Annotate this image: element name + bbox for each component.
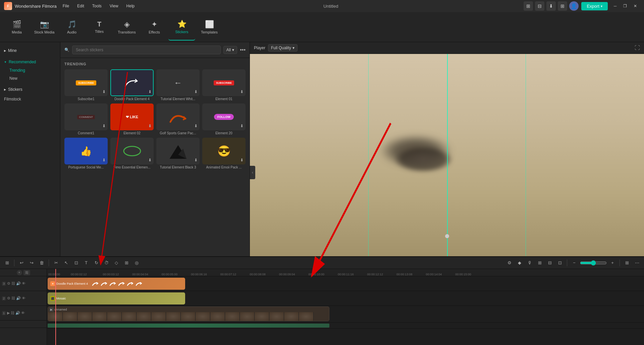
- download-icon-animated-emoji[interactable]: ⬇: [240, 158, 244, 162]
- icon-apps[interactable]: ⊞: [558, 1, 567, 11]
- sidebar-sub-trending[interactable]: Trending: [0, 66, 60, 74]
- zoom-slider[interactable]: [580, 260, 607, 266]
- menu-view[interactable]: View: [106, 2, 122, 10]
- track-3-link-icon[interactable]: ⛓: [11, 281, 15, 286]
- sticker-animated-emoji[interactable]: 😎 ⬇: [202, 138, 246, 164]
- icon-screen[interactable]: ⊞: [524, 1, 533, 11]
- quality-selector[interactable]: Full Quality ▾: [268, 44, 298, 52]
- sidebar-item-mine[interactable]: ▶ Mine: [0, 46, 60, 55]
- sidebar-sub-new[interactable]: New: [0, 74, 60, 82]
- panel-collapse-button[interactable]: ‹: [250, 166, 255, 179]
- track-2-eye-icon[interactable]: 👁: [22, 296, 25, 300]
- search-input[interactable]: [72, 46, 221, 54]
- undo-button[interactable]: ↩: [17, 259, 26, 267]
- download-icon-subscribe1[interactable]: ⬇: [102, 89, 106, 94]
- audio-adjust-button[interactable]: ⊞: [122, 259, 131, 267]
- download-icon-comment1[interactable]: ⬇: [102, 124, 106, 128]
- color-button[interactable]: ◇: [112, 259, 121, 267]
- more-options-icon[interactable]: •••: [240, 47, 246, 53]
- download-icon-golf[interactable]: ⬇: [194, 124, 198, 128]
- cut-button[interactable]: ✂: [52, 259, 60, 267]
- add-to-timeline-icon[interactable]: +: [17, 270, 22, 275]
- redo-button[interactable]: ↪: [27, 259, 36, 267]
- sticker-element01[interactable]: SUBSCRIBE ⬇: [202, 69, 246, 96]
- clip-mosaic[interactable]: ⬛ Mosaic: [48, 292, 185, 304]
- rotate-button[interactable]: ↻: [92, 259, 101, 267]
- clip-video[interactable]: ▶ unnamed: [48, 306, 329, 321]
- track-3-eye-icon[interactable]: 👁: [22, 281, 25, 286]
- sidebar-item-stickers[interactable]: ▶ Stickers: [0, 85, 60, 94]
- zoom-out-button[interactable]: −: [570, 259, 579, 267]
- track-1-eye-icon[interactable]: 👁: [21, 311, 25, 315]
- select-button[interactable]: ↖: [62, 259, 70, 267]
- track-2-settings-icon[interactable]: ⚙: [7, 296, 10, 300]
- tool-titles[interactable]: T Titles: [86, 14, 113, 41]
- pip-button[interactable]: ⊡: [555, 259, 564, 267]
- split-audio-button[interactable]: ⊟: [545, 259, 554, 267]
- sticker-fimo[interactable]: ⬇: [110, 138, 154, 164]
- tool-stock-media[interactable]: 📷 Stock Media: [31, 14, 58, 41]
- tool-templates[interactable]: ⬜ Templates: [196, 14, 223, 41]
- sticker-tutorial-black[interactable]: ⬇: [156, 138, 200, 164]
- menu-tools[interactable]: Tools: [89, 2, 105, 10]
- sticker-comment1[interactable]: COMMENT ⬇: [64, 104, 108, 130]
- sticker-subscribe1[interactable]: SUBSCRIBE ⬇: [64, 69, 108, 96]
- sticker-doodle4[interactable]: ⬇: [110, 69, 154, 96]
- download-icon-element02[interactable]: ⬇: [148, 124, 152, 128]
- layout-button[interactable]: ⊞: [623, 259, 631, 267]
- marker-button[interactable]: ◆: [515, 259, 524, 267]
- clip-sticker-doodle[interactable]: ✦ Doodle Pack Element 4: [48, 278, 185, 290]
- icon-layout[interactable]: ⊟: [535, 1, 544, 11]
- frame-5: [107, 312, 122, 321]
- tool-audio[interactable]: 🎵 Audio: [58, 14, 85, 41]
- download-icon-doodle4[interactable]: ⬇: [148, 89, 152, 94]
- zoom-in-button[interactable]: +: [608, 259, 617, 267]
- sticker-tutorial-white[interactable]: ← ⬇: [156, 69, 200, 96]
- download-icon-fimo[interactable]: ⬇: [148, 158, 152, 162]
- icon-profile[interactable]: 👤: [569, 1, 579, 11]
- download-icon-element20[interactable]: ⬇: [240, 124, 244, 128]
- snap-button[interactable]: ⊞: [535, 259, 544, 267]
- sticker-element20[interactable]: FOLLOW ⬇: [202, 104, 246, 130]
- chain-icon[interactable]: ⛓: [23, 270, 30, 275]
- sticker-portuguese[interactable]: 👍 ⬇: [64, 138, 108, 164]
- track-1-play-icon[interactable]: ▶: [7, 311, 10, 315]
- icon-download[interactable]: ⬇: [546, 1, 556, 11]
- download-icon-tutorial-black[interactable]: ⬇: [194, 158, 198, 162]
- delete-button[interactable]: 🗑: [37, 259, 46, 267]
- crop-button[interactable]: ⊡: [72, 259, 80, 267]
- sticker-element02[interactable]: ❤LIKE ⬇: [110, 104, 154, 130]
- player-expand-icon[interactable]: ⛶: [635, 45, 640, 51]
- add-track-button[interactable]: ⊞: [3, 259, 11, 267]
- minimize-button[interactable]: ─: [610, 2, 620, 10]
- more-button[interactable]: ⋯: [633, 259, 641, 267]
- menu-help[interactable]: Help: [123, 2, 138, 10]
- tool-media[interactable]: 🎬 Media: [3, 14, 30, 41]
- record-button[interactable]: 🎙: [525, 259, 534, 267]
- tool-transitions[interactable]: ◈ Transitions: [113, 14, 140, 41]
- download-icon-portuguese[interactable]: ⬇: [102, 158, 106, 162]
- track-2-link-icon[interactable]: ⛓: [11, 296, 15, 300]
- menu-edit[interactable]: Edit: [74, 2, 88, 10]
- close-button[interactable]: ✕: [631, 2, 640, 10]
- auto-match-button[interactable]: ⚙: [505, 259, 514, 267]
- filter-dropdown[interactable]: All ▾: [223, 46, 237, 54]
- track-3-mute-icon[interactable]: 🔊: [16, 281, 21, 286]
- tool-effects[interactable]: ✦ Effects: [141, 14, 168, 41]
- text-button[interactable]: T: [82, 259, 91, 267]
- export-button[interactable]: Export ▾: [581, 2, 608, 10]
- download-icon-element01[interactable]: ⬇: [240, 89, 244, 94]
- effects-apply-button[interactable]: ◎: [132, 259, 141, 267]
- track-1-mute-icon[interactable]: 🔊: [15, 311, 20, 315]
- sticker-golf[interactable]: ⬇: [156, 104, 200, 130]
- sidebar-item-recommended[interactable]: ▼ Recommended: [0, 58, 60, 66]
- track-2-mute-icon[interactable]: 🔊: [16, 296, 21, 300]
- tool-stickers[interactable]: ⭐ Stickers: [168, 14, 195, 41]
- track-3-settings-icon[interactable]: ⚙: [7, 281, 10, 286]
- track-1-link-icon[interactable]: ⛓: [11, 311, 14, 315]
- download-icon-tutorial-white[interactable]: ⬇: [194, 89, 198, 94]
- menu-file[interactable]: File: [59, 2, 72, 10]
- sidebar-item-filmstock[interactable]: Filmstock: [0, 95, 60, 103]
- maximize-button[interactable]: ❐: [621, 2, 630, 10]
- timer-button[interactable]: ⏱: [102, 259, 111, 267]
